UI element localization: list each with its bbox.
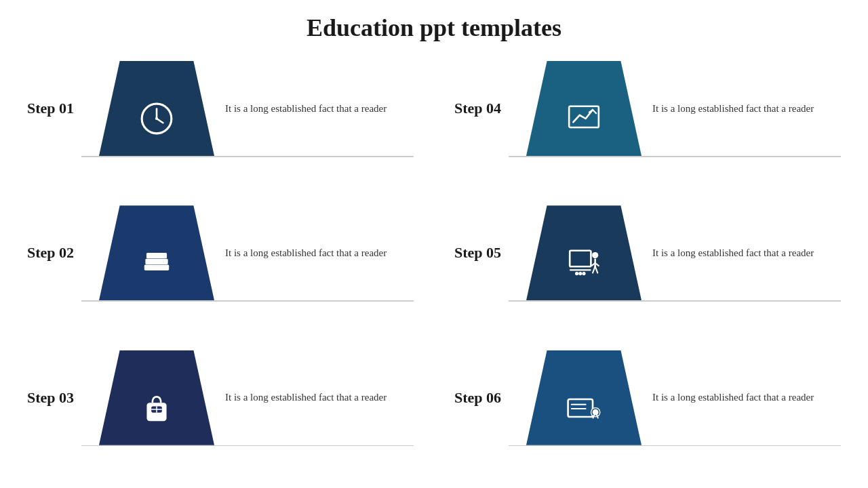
step-label: Step 06 — [454, 389, 515, 407]
step-content: Step 04 It is a long established fact th… — [454, 56, 841, 161]
step-label: Step 03 — [27, 389, 88, 407]
step-description: It is a long established fact that a rea… — [652, 390, 814, 405]
books-icon — [139, 236, 174, 281]
step-item-step-01: Step 01 It is a long established fact th… — [27, 54, 414, 163]
step-description: It is a long established fact that a rea… — [225, 390, 387, 405]
step-content: Step 03 It is a long established fact th… — [27, 345, 414, 450]
teaching-icon — [566, 236, 601, 281]
svg-point-20 — [578, 272, 582, 275]
step-content: Step 02 It is a long established fact th… — [27, 201, 414, 306]
step-underline — [509, 300, 841, 302]
trapezoid-wrap — [99, 205, 214, 300]
svg-rect-10 — [570, 251, 591, 266]
step-label: Step 01 — [27, 100, 88, 117]
step-underline — [509, 445, 841, 447]
step-content: Step 05 It is a long — [454, 201, 841, 306]
chart-icon — [566, 92, 601, 136]
svg-point-12 — [592, 252, 598, 258]
trapezoid — [526, 350, 642, 445]
trapezoid — [99, 61, 214, 156]
trapezoid-wrap — [99, 350, 214, 445]
trapezoid-wrap — [526, 205, 642, 300]
svg-rect-8 — [145, 259, 167, 264]
trapezoid — [526, 61, 642, 156]
step-description: It is a long established fact that a rea… — [652, 101, 814, 117]
svg-line-17 — [595, 267, 598, 273]
svg-rect-9 — [146, 253, 167, 258]
step-item-step-03: Step 03 It is a long established fact th… — [27, 344, 414, 452]
step-description: It is a long established fact that a rea… — [225, 245, 387, 261]
backpack-icon — [139, 381, 174, 426]
step-label: Step 05 — [454, 244, 515, 262]
steps-grid: Step 01 It is a long established fact th… — [27, 54, 841, 481]
page-title: Education ppt templates — [307, 14, 561, 42]
trapezoid — [99, 350, 214, 445]
step-underline — [81, 300, 414, 302]
step-item-step-05: Step 05 It is a long — [454, 199, 841, 307]
step-item-step-02: Step 02 It is a long established fact th… — [27, 199, 414, 307]
trapezoid — [526, 205, 642, 300]
step-content: Step 06 It is a long established fact th… — [454, 345, 841, 450]
trapezoid-wrap — [99, 61, 214, 156]
svg-line-5 — [593, 110, 596, 113]
trapezoid — [99, 205, 214, 300]
trapezoid-wrap — [526, 61, 642, 156]
step-content: Step 01 It is a long established fact th… — [27, 56, 414, 161]
svg-point-3 — [155, 117, 158, 120]
step-item-step-04: Step 04 It is a long established fact th… — [454, 54, 841, 163]
step-label: Step 04 — [454, 100, 515, 117]
svg-point-18 — [575, 272, 578, 275]
step-label: Step 02 — [27, 244, 88, 262]
step-item-step-06: Step 06 It is a long established fact th… — [454, 344, 841, 452]
clock-icon — [139, 92, 174, 136]
step-underline — [81, 156, 414, 157]
trapezoid-wrap — [526, 350, 642, 445]
svg-point-19 — [582, 272, 585, 275]
svg-rect-7 — [144, 265, 169, 270]
step-description: It is a long established fact that a rea… — [652, 245, 814, 261]
step-description: It is a long established fact that a rea… — [225, 101, 387, 117]
page: Education ppt templates Step 01 It is a … — [0, 0, 868, 488]
step-underline — [509, 156, 841, 157]
step-underline — [81, 445, 414, 447]
certificate-icon — [566, 381, 601, 426]
